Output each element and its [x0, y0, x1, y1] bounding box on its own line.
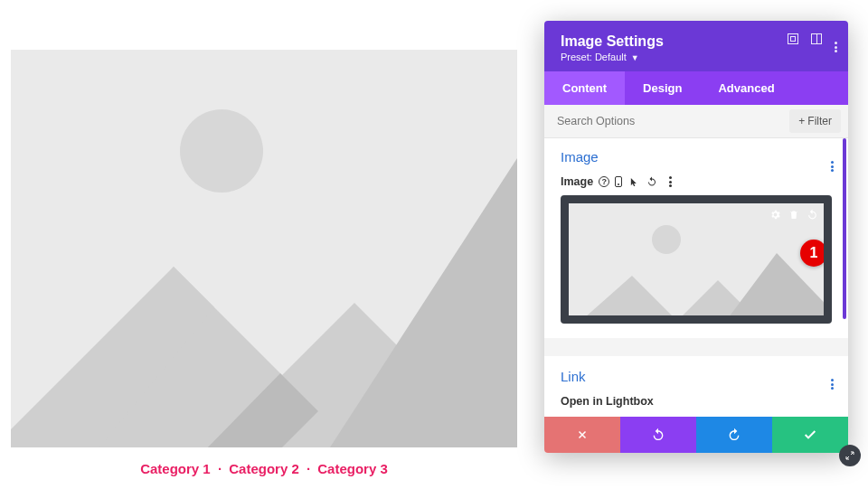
tab-design[interactable]: Design: [625, 71, 700, 105]
tab-advanced[interactable]: Advanced: [700, 71, 792, 105]
more-menu-icon[interactable]: [835, 33, 837, 52]
search-input[interactable]: [544, 106, 782, 136]
split-view-icon[interactable]: [811, 33, 822, 52]
image-section-header[interactable]: Image: [544, 138, 848, 170]
category-links: Category 1 · Category 2 · Category 3: [11, 461, 517, 476]
settings-icon[interactable]: [769, 209, 781, 223]
annotation-badge: 1: [800, 240, 827, 267]
tab-content[interactable]: Content: [544, 71, 625, 105]
delete-icon[interactable]: [788, 209, 799, 223]
responsive-icon[interactable]: [615, 176, 622, 187]
open-in-lightbox-label: Open in Lightbox: [544, 390, 848, 417]
section-gap: [544, 338, 848, 356]
redo-button[interactable]: [696, 417, 772, 453]
section-options-icon[interactable]: [831, 151, 834, 172]
filter-button[interactable]: + Filter: [789, 109, 841, 133]
image-upload-preview[interactable]: 1: [561, 195, 832, 324]
search-row: + Filter: [544, 105, 848, 138]
category-link-2[interactable]: Category 2: [229, 461, 299, 476]
svg-point-1: [180, 109, 263, 193]
link-section-header[interactable]: Link: [544, 356, 848, 390]
separator: ·: [218, 461, 222, 476]
preset-value: Default: [595, 52, 627, 62]
svg-point-7: [652, 225, 681, 254]
section-options-icon[interactable]: [831, 369, 834, 390]
image-settings-modal: Image Settings Preset: Default ▼ Content…: [544, 21, 848, 453]
image-field-label-row: Image ?: [544, 170, 848, 193]
separator: ·: [307, 461, 310, 476]
close-icon: [577, 429, 588, 440]
undo-icon: [651, 428, 665, 442]
undo-button[interactable]: [620, 417, 696, 453]
filter-label: Filter: [807, 115, 832, 127]
preset-selector[interactable]: Preset: Default ▼: [561, 52, 832, 62]
resize-icon: [844, 450, 855, 461]
check-icon: [803, 428, 817, 442]
modal-footer: [544, 417, 848, 453]
redo-icon: [727, 428, 741, 442]
undo-icon[interactable]: [807, 209, 818, 223]
image-section-title: Image: [561, 149, 832, 165]
reset-icon[interactable]: [646, 175, 658, 188]
hover-icon[interactable]: [627, 175, 640, 188]
expand-icon[interactable]: [788, 33, 798, 52]
cancel-button[interactable]: [544, 417, 620, 453]
modal-tabs: Content Design Advanced: [544, 71, 848, 105]
modal-body[interactable]: Image Image ?: [544, 138, 848, 417]
placeholder-image-icon: [11, 50, 517, 447]
preset-label: Preset:: [561, 52, 592, 62]
save-button[interactable]: [772, 417, 848, 453]
image-field-label: Image: [561, 175, 593, 188]
chevron-down-icon: ▼: [631, 53, 639, 62]
field-options-icon[interactable]: [664, 175, 676, 188]
canvas-preview: [11, 50, 517, 447]
plus-icon: +: [798, 115, 805, 127]
help-icon[interactable]: ?: [599, 176, 609, 187]
link-section-title: Link: [561, 369, 832, 384]
modal-header[interactable]: Image Settings Preset: Default ▼: [544, 21, 848, 71]
category-link-3[interactable]: Category 3: [317, 461, 388, 476]
category-link-1[interactable]: Category 1: [140, 461, 211, 476]
resize-handle[interactable]: [839, 445, 861, 466]
